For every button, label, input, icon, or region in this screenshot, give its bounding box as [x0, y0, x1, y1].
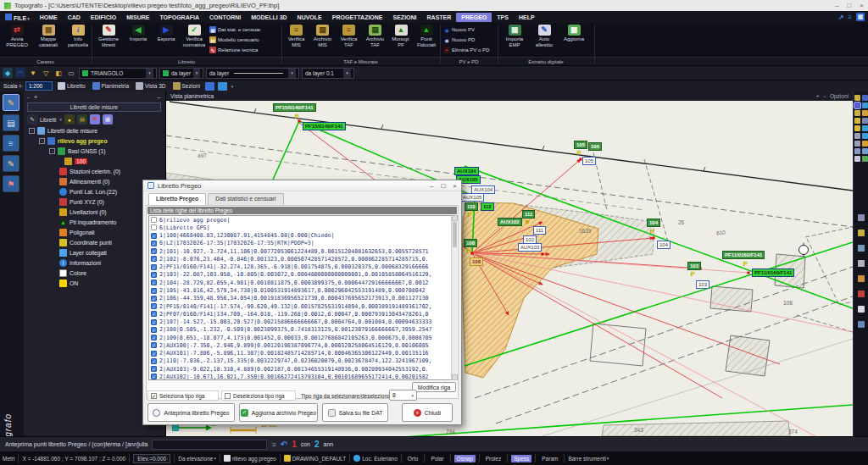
expand-window-icon[interactable]: ↗: [838, 14, 844, 21]
osnap-toggle[interactable]: Osnap: [454, 455, 476, 462]
relazione-tecnica-button[interactable]: ✎Relazione tecnica: [209, 47, 258, 53]
panel-expand-icon[interactable]: +: [34, 93, 38, 101]
tree-item-stazioni[interactable]: Stazioni celerim. (0): [59, 168, 120, 175]
verifica-taf-button[interactable]: ≡Verifica TAF: [336, 25, 362, 47]
snap-int-icon[interactable]: [854, 133, 860, 139]
menu-pregeo[interactable]: PREGEO: [456, 13, 492, 22]
snap-center-icon[interactable]: [854, 118, 860, 124]
row-checkbox[interactable]: ✓: [151, 280, 157, 285]
info-particella-button[interactable]: iInfo particella: [64, 25, 92, 47]
row-checkbox[interactable]: ✓: [151, 327, 157, 333]
row-checkbox[interactable]: ✓: [151, 288, 157, 294]
layers-tool-icon[interactable]: ≡: [3, 135, 19, 152]
lock-icon[interactable]: ◧: [53, 68, 64, 78]
menu-file[interactable]: FILE▾: [0, 12, 35, 23]
tree-item-on[interactable]: ON: [59, 280, 78, 287]
dialog-maximize-icon[interactable]: □: [441, 182, 445, 190]
row-checkbox[interactable]: ✓: [151, 248, 157, 254]
offset-tool-icon[interactable]: [858, 214, 865, 221]
list-row[interactable]: ✓2|108|0.505,-1.232,-0.509|0.0023099375,…: [149, 326, 455, 334]
dialog-close-icon[interactable]: ×: [453, 182, 457, 190]
tree-item-basi-gnss[interactable]: -Basi GNSS (1): [49, 147, 106, 155]
point-105-box[interactable]: 105: [582, 157, 596, 165]
list-row[interactable]: ✓2|PF11/0160/F141|-32.274,128.365,-6.918…: [149, 263, 455, 271]
table-icon[interactable]: ▦: [103, 114, 113, 125]
param-toggle[interactable]: Param: [539, 455, 560, 462]
list-row[interactable]: ✓2|101|-10.927,-3.724,11.106|0.007720530…: [149, 247, 455, 255]
form-tool-icon[interactable]: ▤: [3, 114, 19, 131]
grid-icon[interactable]: ▦: [856, 13, 865, 21]
spess-toggle[interactable]: Spess: [511, 455, 531, 462]
menu-progettazione[interactable]: PROGETTAZIONE: [327, 13, 388, 22]
rows-icon[interactable]: [218, 82, 227, 91]
row-checkbox[interactable]: ✓: [151, 374, 157, 379]
panel-collapse-icon[interactable]: -: [27, 93, 30, 101]
row-checkbox[interactable]: ✓: [151, 272, 157, 278]
tree-item-punti-latlon[interactable]: Punti Lat. Lon.(22): [59, 188, 117, 196]
row-checkbox[interactable]: ✓: [151, 256, 157, 262]
snap-near-icon[interactable]: [854, 141, 860, 147]
planimetria-view-button[interactable]: Planimetria: [91, 82, 131, 90]
list-row[interactable]: 6|rilievo agg pregeo|: [149, 216, 455, 224]
zoom-extents-icon[interactable]: [862, 118, 868, 124]
anteprima-libretto-button[interactable]: Anteprima libretto Pregeo: [147, 403, 235, 422]
tab-dati-statistici[interactable]: Dati statistici e censuari: [208, 193, 283, 205]
row-checkbox[interactable]: ✓: [151, 335, 157, 340]
pf15-box-label[interactable]: PF15/0140/F141: [303, 122, 346, 130]
list-row[interactable]: ✓1|100|4668408.83,1230087.91,4154845.08|…: [149, 232, 455, 240]
orto-toggle[interactable]: Orto: [405, 455, 421, 462]
chiudi-button[interactable]: +Chiudi: [402, 403, 453, 422]
box-icon[interactable]: ▫: [824, 93, 826, 99]
pregeo-rows-list[interactable]: 6|rilievo agg pregeo| 6|Libretto GPS| ✓1…: [148, 215, 456, 380]
notes-tool-icon[interactable]: ✎: [3, 94, 19, 111]
collapse-icon[interactable]: -: [29, 128, 35, 134]
punti-fiduciali-button[interactable]: ▲Punti Fiduciali: [414, 25, 439, 47]
verifica-mis-button[interactable]: ≡Verifica MIS: [283, 25, 309, 47]
tree-item-poligonali[interactable]: Poligonali: [59, 229, 94, 236]
row-checkbox[interactable]: ✓: [151, 319, 157, 325]
libretti-edit-icon[interactable]: ✎: [27, 114, 37, 125]
list-row[interactable]: ✓2|AUX102|-10.671,16.021,7.350|0.0016627…: [149, 373, 455, 380]
zoom-in-icon[interactable]: [862, 125, 868, 131]
point-111-box[interactable]: 111: [533, 226, 546, 235]
tree-item-livellazioni[interactable]: Livellazioni (0): [59, 208, 106, 216]
gestione-libretti-button[interactable]: ✎Gestione libretti: [93, 25, 124, 47]
pan-hand-icon[interactable]: [862, 141, 868, 147]
row-checkbox[interactable]: ✓: [151, 233, 157, 239]
snap-perp-icon[interactable]: [854, 148, 860, 154]
zoom-circle-icon[interactable]: [862, 102, 868, 108]
dialog-title-bar[interactable]: Libretto Pregeo – □ ×: [143, 180, 461, 191]
printer-icon[interactable]: ▭: [66, 68, 76, 78]
list-row[interactable]: ✓2|AUX103|-9.022,18.310,4.889|0.002187,0…: [149, 365, 455, 373]
location-mode[interactable]: Loc. Euleriano: [362, 456, 398, 462]
importa-emp-button[interactable]: ▦Importa EMP: [500, 25, 529, 47]
undo-icon[interactable]: ↶: [281, 440, 287, 449]
row-checkbox[interactable]: ✓: [151, 351, 157, 357]
tree-item-coordinate-punti[interactable]: Coordinate punti: [59, 239, 112, 246]
list-row[interactable]: 6|Libretto GPS|: [149, 224, 455, 231]
modello-censuario-button[interactable]: ▤Modello censuario: [209, 36, 259, 43]
row-checkbox[interactable]: [151, 217, 157, 223]
proiez-toggle[interactable]: Proiez: [483, 455, 504, 462]
tree-item-root[interactable]: -Libretti delle misure: [29, 127, 97, 135]
deseleziona-tipo-riga-control[interactable]: Deseleziona tipo riga: [221, 390, 296, 401]
scroll-down-icon[interactable]: [452, 374, 458, 380]
brush-icon[interactable]: ◆: [3, 68, 13, 78]
libretti-button[interactable]: Libretti: [40, 117, 57, 123]
collapse-icon[interactable]: -: [49, 148, 55, 154]
row-checkbox[interactable]: [151, 224, 157, 230]
menu-topografia[interactable]: TOPOGRAFIA: [154, 13, 204, 22]
tree-item-pti-inquadramento[interactable]: ▲Pti inquadramento: [59, 219, 116, 226]
auto-allestito-button[interactable]: ✎Auto allestito: [530, 25, 559, 47]
row-checkbox[interactable]: ✓: [151, 241, 157, 246]
monogr-pf-button[interactable]: ▲Monogr. PF: [388, 25, 414, 47]
view-image-icon[interactable]: [862, 148, 868, 154]
verifica-normativa-button[interactable]: ✓Verifica normativa: [181, 25, 208, 47]
snap-quad-icon[interactable]: [854, 125, 860, 131]
tree-item-allineamenti[interactable]: Allineamenti (0): [59, 178, 109, 185]
tree-item-layer-collegati[interactable]: Layer collegati: [59, 249, 107, 257]
tree-item-colore[interactable]: Colore: [59, 269, 86, 277]
aux105-white-box[interactable]: AUX105: [460, 193, 484, 202]
sezioni-view-button[interactable]: Sezioni: [171, 82, 202, 90]
row-checkbox[interactable]: ✓: [151, 311, 157, 317]
